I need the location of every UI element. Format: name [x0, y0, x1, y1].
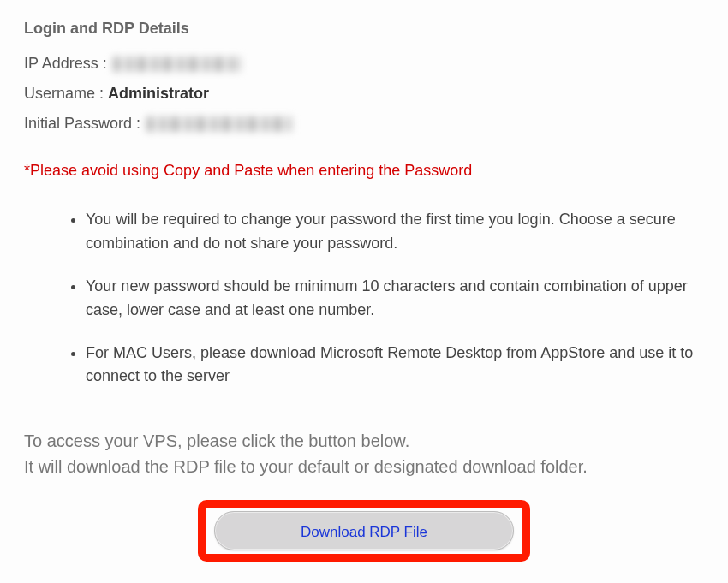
download-rdp-button[interactable]: Download RDP File — [214, 511, 514, 550]
username-value: Administrator — [108, 85, 209, 102]
username-label: Username : — [24, 85, 104, 102]
list-item: For MAC Users, please download Microsoft… — [86, 342, 694, 390]
list-item: You will be required to change your pass… — [86, 208, 694, 256]
section-heading: Login and RDP Details — [24, 17, 704, 40]
download-button-container: Download RDP File — [24, 500, 704, 562]
ip-address-row: IP Address : — [24, 52, 704, 75]
list-item: Your new password should be minimum 10 c… — [86, 275, 694, 323]
username-row: Username : Administrator — [24, 82, 704, 105]
access-instructions: To access your VPS, please click the but… — [24, 428, 704, 479]
password-copy-warning: *Please avoid using Copy and Paste when … — [24, 159, 704, 182]
password-label: Initial Password : — [24, 115, 140, 132]
notes-list: You will be required to change your pass… — [24, 208, 704, 389]
password-row: Initial Password : — [24, 112, 704, 135]
ip-label: IP Address : — [24, 55, 107, 72]
password-value-redacted — [146, 116, 292, 132]
access-line-1: To access your VPS, please click the but… — [24, 431, 409, 450]
download-rdp-link[interactable]: Download RDP File — [301, 524, 427, 540]
ip-value-redacted — [113, 57, 242, 72]
access-line-2: It will download the RDP file to your de… — [24, 457, 588, 476]
highlight-box: Download RDP File — [198, 500, 530, 562]
